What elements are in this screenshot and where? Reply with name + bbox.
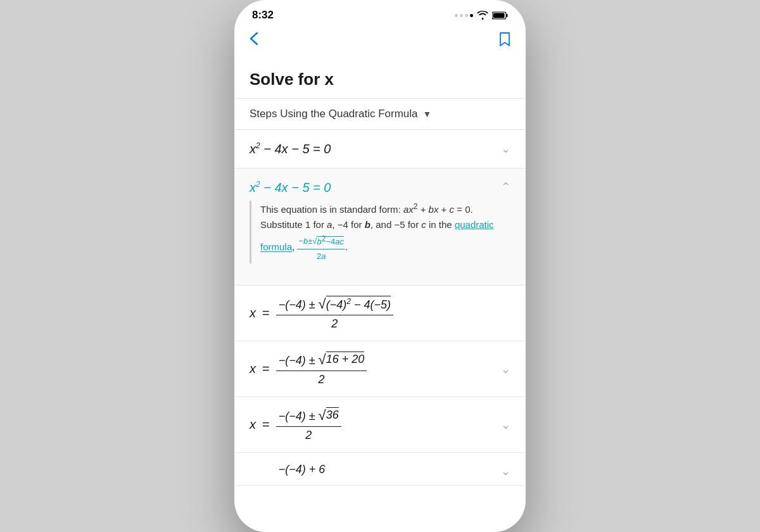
bookmark-button[interactable] <box>497 29 513 52</box>
formula-4-numerator: −(−4) + 6 <box>276 463 328 479</box>
formula-2-numerator: −(−4) ± √ 16 + 20 <box>276 352 367 371</box>
formula-2-fraction: −(−4) ± √ 16 + 20 2 <box>276 352 367 386</box>
step-2-chevron-up-icon: ⌃ <box>501 180 510 194</box>
content-area[interactable]: Solve for x Steps Using the Quadratic Fo… <box>234 60 526 532</box>
formula-1-denominator: 2 <box>329 315 340 331</box>
formula-2-x: x <box>250 362 256 376</box>
formula-2-eq: = <box>262 362 270 376</box>
wifi-icon <box>477 11 488 20</box>
formula-2-container: x = −(−4) ± √ 16 + 20 2 <box>250 352 367 386</box>
step-row-1[interactable]: x2 − 4x − 5 = 0 ⌄ <box>234 130 526 168</box>
formula-1-fraction: −(−4) ± √ (−4)2 − 4(−5) 2 <box>276 296 393 331</box>
page-title: Solve for x <box>250 70 510 89</box>
steps-label: Steps Using the Quadratic Formula <box>250 108 418 120</box>
formula-3-x: x <box>250 417 256 432</box>
quadratic-formula-link[interactable]: quadratic formula <box>260 219 494 252</box>
step-1-math: x2 − 4x − 5 = 0 <box>250 141 331 156</box>
explanation-text: This equation is in standard form: ax2 +… <box>260 201 510 263</box>
page-header: Solve for x <box>234 60 526 99</box>
formula-1-eq: = <box>262 306 270 320</box>
formula-3-fraction: −(−4) ± √ 36 2 <box>276 407 341 442</box>
status-icons <box>455 11 508 20</box>
formula-3-eq: = <box>262 417 270 432</box>
formula-row-1: x = −(−4) ± √ (−4)2 − 4(−5) 2 <box>234 286 526 341</box>
back-button[interactable] <box>247 29 261 52</box>
formula-3-numerator: −(−4) ± √ 36 <box>276 407 341 427</box>
formula-2-chevron-down-icon: ⌄ <box>501 362 510 376</box>
step-2-math: x2 − 4x − 5 = 0 <box>250 180 331 195</box>
battery-icon <box>492 11 508 20</box>
formula-4-chevron-down-icon: ⌄ <box>501 464 510 478</box>
step-2-expanded: This equation is in standard form: ax2 +… <box>234 194 526 286</box>
formula-row-3[interactable]: x = −(−4) ± √ 36 2 ⌄ <box>234 397 526 453</box>
formula-3-chevron-down-icon: ⌄ <box>501 418 510 432</box>
formula-row-4[interactable]: x = −(−4) + 6 ⌄ <box>234 453 526 486</box>
formula-1-container: x = −(−4) ± √ (−4)2 − 4(−5) 2 <box>250 296 393 331</box>
step-row-2[interactable]: x2 − 4x − 5 = 0 ⌃ <box>234 168 526 195</box>
svg-rect-2 <box>493 13 505 18</box>
formula-3-denominator: 2 <box>303 427 314 442</box>
steps-chevron-down-icon: ▼ <box>423 109 432 119</box>
formula-1-x: x <box>250 306 256 320</box>
formula-1-numerator: −(−4) ± √ (−4)2 − 4(−5) <box>276 296 393 315</box>
step-1-chevron-down-icon: ⌄ <box>501 142 510 156</box>
formula-row-2[interactable]: x = −(−4) ± √ 16 + 20 2 ⌄ <box>234 341 526 397</box>
formula-4-container: x = −(−4) + 6 <box>250 463 327 479</box>
formula-4-fraction: −(−4) + 6 <box>276 463 328 479</box>
explanation-block: This equation is in standard form: ax2 +… <box>250 201 510 263</box>
phone-frame: 8:32 <box>234 0 526 532</box>
nav-bar <box>234 27 526 60</box>
signal-icon <box>455 14 473 17</box>
formula-3-container: x = −(−4) ± √ 36 2 <box>250 407 341 442</box>
formula-2-denominator: 2 <box>315 371 327 386</box>
status-bar: 8:32 <box>234 0 526 27</box>
status-time: 8:32 <box>252 9 274 22</box>
svg-rect-1 <box>507 14 508 17</box>
steps-dropdown-header[interactable]: Steps Using the Quadratic Formula ▼ <box>234 99 526 130</box>
